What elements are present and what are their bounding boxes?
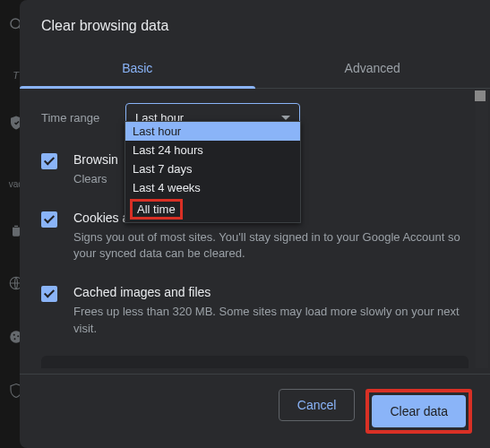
option-all-time[interactable]: All time [130,199,183,220]
dialog-body: Time range Last hour Last hour Last 24 h… [20,89,490,368]
svg-point-4 [13,334,14,336]
text-icon: T [13,70,19,81]
dialog-footer: Cancel Clear data [20,375,490,448]
caret-down-icon [281,116,290,120]
dialog-title: Clear browsing data [20,0,490,50]
svg-point-6 [13,338,15,340]
tab-advanced[interactable]: Advanced [255,50,491,88]
item-title: Cached images and files [73,284,469,301]
option-last-hour[interactable]: Last hour [125,122,300,141]
checkbox-cache[interactable] [41,286,57,302]
time-range-label: Time range [41,111,111,125]
svg-point-0 [11,19,21,29]
time-range-dropdown: Last hour Last 24 hours Last 7 days Last… [125,121,301,223]
scrollbar-thumb[interactable] [475,90,486,101]
highlight-box: Clear data [365,389,472,434]
svg-point-5 [17,335,19,337]
google-account-info: G Search history and other forms of acti… [41,356,469,368]
tab-basic[interactable]: Basic [20,50,255,88]
scrollbar-track[interactable] [476,89,488,368]
option-last-4-weeks[interactable]: Last 4 weeks [125,178,300,197]
checkbox-browsing-history[interactable] [41,153,57,169]
item-cache: Cached images and files Frees up less th… [41,275,469,350]
cancel-button[interactable]: Cancel [279,389,356,421]
item-desc: Frees up less than 320 MB. Some sites ma… [73,304,469,338]
item-desc: Signs you out of most sites. You'll stay… [73,229,469,263]
item-desc: Clears [73,171,118,188]
option-last-7-days[interactable]: Last 7 days [125,159,300,178]
checkbox-cookies[interactable] [41,211,57,228]
option-last-24-hours[interactable]: Last 24 hours [125,141,300,159]
clear-browsing-data-dialog: Clear browsing data Basic Advanced Time … [20,0,490,448]
item-title: Browsin [73,151,118,168]
tab-bar: Basic Advanced [20,50,490,89]
clear-data-button[interactable]: Clear data [372,395,466,427]
